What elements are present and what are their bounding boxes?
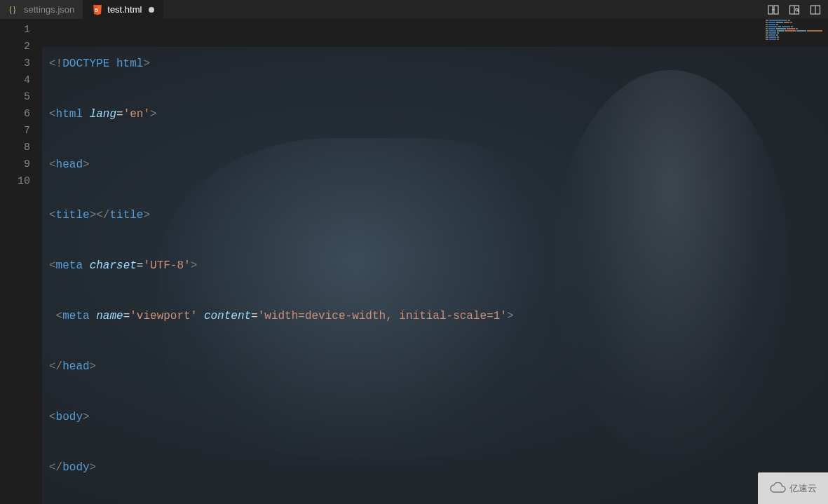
editor-area: 1 2 3 4 5 6 7 8 9 10 <!DOCTYPE html> <ht… <box>0 19 828 504</box>
tab-label: test.html <box>107 4 142 15</box>
editor[interactable]: 1 2 3 4 5 6 7 8 9 10 <!DOCTYPE html> <ht… <box>0 19 828 504</box>
open-preview-icon[interactable] <box>789 4 800 15</box>
line-number: 2 <box>0 39 39 55</box>
code-line: <meta charset='UTF-8'> <box>39 257 828 274</box>
line-number: 1 <box>0 22 39 39</box>
svg-text:5: 5 <box>95 7 98 13</box>
line-number-gutter: 1 2 3 4 5 6 7 8 9 10 <box>0 19 39 504</box>
line-number: 9 <box>0 156 39 173</box>
split-editor-icon[interactable] <box>810 4 821 15</box>
code-line: </head> <box>39 358 828 375</box>
line-number: 3 <box>0 55 39 72</box>
line-number: 4 <box>0 72 39 89</box>
minimap[interactable] <box>761 19 828 504</box>
code-line: <body> <box>39 409 828 425</box>
code-line: <title></title> <box>39 207 828 224</box>
html-icon: 5 <box>92 4 103 15</box>
json-icon: {} <box>8 4 20 15</box>
watermark-badge: 亿速云 <box>758 472 828 504</box>
compare-icon[interactable] <box>768 4 779 15</box>
code-line: <meta name='viewport' content='width=dev… <box>39 308 828 325</box>
svg-point-7 <box>796 8 799 11</box>
line-number: 10 <box>0 173 39 190</box>
tab-label: settings.json <box>24 4 74 15</box>
code-line: </body> <box>39 459 828 476</box>
code-line: <html lang='en'> <box>39 106 828 123</box>
line-number: 7 <box>0 123 39 139</box>
code-content[interactable]: <!DOCTYPE html> <html lang='en'> <head> … <box>39 19 828 504</box>
code-line: <!DOCTYPE html> <box>39 55 828 72</box>
watermark-text: 亿速云 <box>789 482 817 495</box>
cloud-icon: 亿速云 <box>770 482 817 495</box>
line-number: 8 <box>0 139 39 156</box>
editor-action-bar <box>761 4 828 15</box>
line-number: 5 <box>0 89 39 106</box>
code-line: <head> <box>39 156 828 173</box>
tab-bar: {} settings.json 5 test.html <box>0 0 828 19</box>
line-number: 6 <box>0 106 39 123</box>
tab-test-html[interactable]: 5 test.html <box>83 0 163 19</box>
tab-dirty-indicator-icon <box>149 7 154 13</box>
tab-settings-json[interactable]: {} settings.json <box>0 0 83 19</box>
svg-text:{}: {} <box>8 5 17 15</box>
